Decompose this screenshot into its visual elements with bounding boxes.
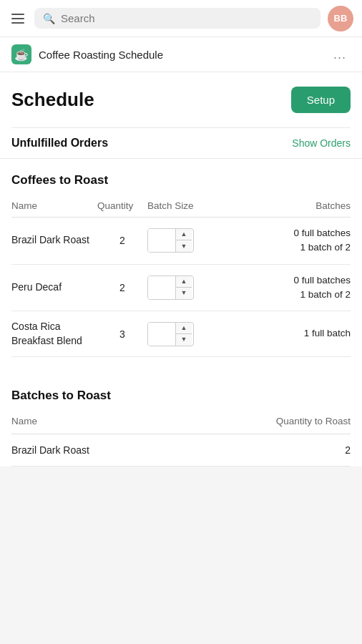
batch-size-input-0[interactable]: 3 [148, 229, 175, 252]
unfulfilled-orders-label: Unfulfilled Orders [11, 137, 108, 150]
coffees-table-header: Name Quantity Batch Size Batches [11, 196, 351, 218]
coffees-section: Coffees to Roast Name Quantity Batch Siz… [11, 159, 351, 357]
coffee-name-1: Peru Decaf [11, 280, 97, 295]
batch-size-input-wrap-1: 3 ▲ ▼ [147, 275, 194, 300]
batches-line2-1: 1 batch of 2 [219, 288, 351, 302]
batch-spinners-1: ▲ ▼ [175, 276, 192, 299]
batches-line1-0: 0 full batches [219, 226, 351, 240]
col-header-quantity: Quantity [97, 200, 147, 211]
batches-line2-0: 1 batch of 2 [219, 240, 351, 255]
top-bar: 🔍 BB [0, 0, 362, 37]
batch-size-input-2[interactable]: 3 [148, 323, 175, 346]
batch-increment-1[interactable]: ▲ [176, 276, 192, 288]
page-title: Schedule [11, 89, 94, 111]
search-bar[interactable]: 🔍 [34, 8, 321, 29]
col-header-batch-size: Batch Size [147, 200, 219, 211]
coffee-qty-2: 3 [97, 328, 147, 340]
batches-col-qty: Quantity to Roast [276, 416, 351, 426]
coffee-qty-1: 2 [97, 282, 147, 293]
col-header-name: Name [11, 200, 97, 211]
batches-table-header: Name Quantity to Roast [11, 411, 351, 434]
batches-col-name: Name [11, 416, 37, 426]
search-icon: 🔍 [43, 13, 55, 24]
batch-increment-2[interactable]: ▲ [176, 323, 192, 334]
batches-line1-2: 1 full batch [219, 326, 351, 341]
avatar[interactable]: BB [328, 6, 353, 31]
batches-result-0: 0 full batches 1 batch of 2 [219, 226, 351, 255]
coffee-qty-0: 2 [97, 235, 147, 246]
batch-increment-0[interactable]: ▲ [176, 229, 192, 240]
batches-table-row: Brazil Dark Roast 2 [11, 434, 351, 467]
app-title: Coffee Roasting Schedule [39, 49, 322, 61]
col-header-batches: Batches [219, 200, 351, 211]
batch-row-name-0: Brazil Dark Roast [11, 444, 89, 456]
show-orders-link[interactable]: Show Orders [292, 137, 351, 149]
batch-size-cell-1: 3 ▲ ▼ [147, 275, 219, 300]
batches-result-1: 0 full batches 1 batch of 2 [219, 273, 351, 303]
page-header: Schedule Setup [11, 87, 351, 113]
more-menu-icon[interactable]: ... [329, 46, 351, 64]
batches-line1-1: 0 full batches [219, 273, 351, 288]
batch-decrement-2[interactable]: ▼ [176, 334, 192, 346]
menu-icon[interactable] [9, 11, 27, 26]
table-row: Costa Rica Breakfast Blend 3 3 ▲ ▼ 1 ful… [11, 311, 351, 357]
table-row: Brazil Dark Roast 2 3 ▲ ▼ 0 full batches… [11, 218, 351, 265]
batches-result-2: 1 full batch [219, 326, 351, 341]
app-header: ☕ Coffee Roasting Schedule ... [0, 37, 362, 72]
batch-spinners-2: ▲ ▼ [175, 323, 192, 346]
batch-spinners-0: ▲ ▼ [175, 229, 192, 252]
unfulfilled-orders-row: Unfulfilled Orders Show Orders [11, 127, 351, 158]
batch-decrement-1[interactable]: ▼ [176, 288, 192, 299]
coffees-heading: Coffees to Roast [11, 159, 351, 196]
batch-size-input-wrap-2: 3 ▲ ▼ [147, 322, 194, 346]
main-content: Schedule Setup Unfulfilled Orders Show O… [0, 72, 362, 467]
setup-button[interactable]: Setup [291, 87, 351, 113]
batch-decrement-0[interactable]: ▼ [176, 240, 192, 252]
batch-size-cell-2: 3 ▲ ▼ [147, 322, 219, 346]
batch-size-input-1[interactable]: 3 [148, 276, 175, 299]
coffee-name-2: Costa Rica Breakfast Blend [11, 320, 97, 348]
batches-heading: Batches to Roast [11, 374, 351, 411]
coffee-name-0: Brazil Dark Roast [11, 233, 97, 248]
app-icon: ☕ [11, 44, 31, 64]
batches-section: Batches to Roast Name Quantity to Roast … [11, 357, 351, 467]
table-row: Peru Decaf 2 3 ▲ ▼ 0 full batches 1 batc… [11, 265, 351, 312]
batch-size-cell-0: 3 ▲ ▼ [147, 228, 219, 253]
batch-size-input-wrap-0: 3 ▲ ▼ [147, 228, 194, 253]
search-input[interactable] [61, 12, 312, 24]
batch-row-qty-0: 2 [345, 444, 351, 456]
